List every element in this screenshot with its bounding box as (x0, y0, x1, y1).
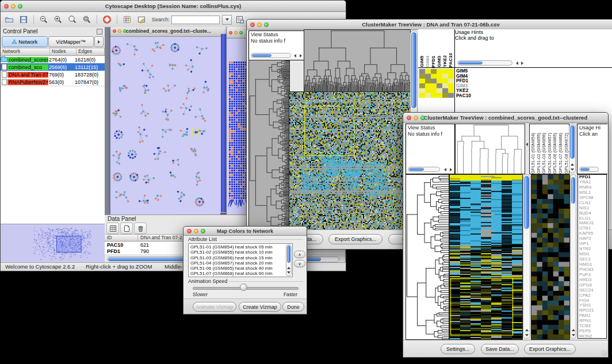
attribute-list-item[interactable]: GPL51-04 (GSM857) heat shock 20 min (189, 260, 285, 266)
scroll-left-arrow[interactable] (443, 167, 447, 172)
resize-grip[interactable] (601, 350, 607, 356)
scroll-left-arrow[interactable] (515, 60, 519, 66)
minimize-button[interactable] (194, 229, 198, 233)
dna-row-label[interactable]: YKE2 (456, 89, 612, 94)
network-list-row[interactable]: combined_scores2764(0)16218(0) (1, 56, 105, 63)
frame-scrollbar[interactable] (221, 34, 226, 212)
dna-row-label[interactable]: GIM3 (456, 84, 612, 89)
attribute-list-item[interactable]: GPL51-03 (GSM856) heat shock 15 min (189, 255, 285, 260)
dna-row-label[interactable]: GIM4 (456, 74, 612, 79)
scroll-down-arrow[interactable] (286, 270, 291, 275)
scrollbar-thumb[interactable] (458, 62, 483, 64)
attribute-list-item[interactable]: GPL51-01 (GSM854) heat shock 05 min (189, 244, 285, 250)
scroll-down-arrow[interactable] (569, 167, 575, 172)
usage-hints-hscrollbar[interactable] (457, 60, 512, 66)
scrollbar-thumb[interactable] (524, 176, 529, 229)
attribute-list-vscrollbar[interactable] (286, 244, 292, 276)
minimize-button[interactable] (11, 4, 16, 9)
column-header-network[interactable]: Network (1, 48, 50, 55)
help-icon[interactable] (101, 14, 113, 25)
save-data-button[interactable]: Save Data... (481, 344, 519, 354)
combined-titlebar[interactable]: ClusterMaker TreeView : combined_scores_… (403, 113, 608, 123)
dna-column-dendrogram[interactable] (304, 29, 411, 93)
plugin-manager-icon[interactable] (121, 14, 133, 25)
scroll-up-arrow[interactable] (569, 162, 575, 167)
dna-row-label[interactable]: PFD1 (456, 79, 612, 84)
search-input[interactable] (171, 16, 220, 24)
scrollbar-thumb[interactable] (570, 125, 575, 159)
search-dropdown[interactable] (222, 15, 232, 25)
view-status-hscrollbar[interactable] (408, 167, 440, 172)
open-file-icon[interactable] (3, 14, 16, 25)
export-graphics-button[interactable]: Export Graphics... (524, 344, 576, 354)
main-titlebar[interactable]: Cytoscape Desktop (Session Name: collins… (1, 1, 346, 12)
column-header-edges[interactable]: Edges (76, 48, 105, 55)
done-button[interactable]: Done (282, 302, 304, 312)
close-button[interactable] (229, 31, 232, 35)
close-button[interactable] (187, 229, 192, 233)
scrollbar-thumb[interactable] (580, 168, 590, 171)
combined-labels-vscrollbar[interactable] (569, 124, 576, 173)
move-up-button[interactable]: ∧ (294, 251, 305, 258)
scrollbar-thumb[interactable] (252, 54, 271, 57)
attribute-list-item[interactable]: GPL51-07 (GSM868) heat shock 60 min (189, 271, 285, 276)
zoom-button[interactable] (123, 29, 127, 33)
column-header-id[interactable]: ID (105, 235, 138, 241)
settings-button[interactable]: Settings... (441, 344, 475, 354)
zoom-button[interactable] (420, 116, 425, 120)
zoom-button[interactable] (264, 22, 269, 27)
scroll-down-arrow[interactable] (571, 333, 576, 338)
zoom-in-icon[interactable] (52, 14, 64, 25)
dna-row-label[interactable]: PAC10 (456, 94, 612, 99)
create-vizmap-button[interactable]: Create Vizmap (239, 302, 281, 312)
scroll-down-arrow[interactable] (523, 333, 530, 338)
dna-row-label[interactable]: GIM5 (456, 69, 612, 74)
scrollbar-thumb[interactable] (287, 246, 290, 263)
combined-column-dendrogram[interactable] (455, 124, 525, 174)
gene-list-vscrollbar[interactable] (570, 174, 576, 339)
scroll-up-arrow[interactable] (571, 328, 576, 332)
close-button[interactable] (407, 116, 411, 120)
combined-zoom-heatmap[interactable] (531, 174, 570, 340)
minimize-button[interactable] (257, 22, 262, 27)
close-button[interactable] (250, 22, 255, 27)
select-attributes-icon[interactable] (106, 223, 119, 234)
zoom-button[interactable] (239, 31, 243, 35)
zoom-fit-icon[interactable] (81, 14, 93, 25)
scroll-right-arrow[interactable] (299, 53, 303, 58)
import-attributes-icon[interactable] (234, 14, 246, 25)
zoom-button[interactable] (201, 229, 205, 233)
scroll-left-arrow[interactable] (293, 53, 297, 58)
dna-row-dendrogram[interactable] (248, 60, 290, 231)
scroll-up-arrow[interactable] (523, 328, 530, 332)
slider-thumb[interactable] (240, 283, 247, 291)
view-status-hscrollbar[interactable] (251, 53, 291, 58)
save-icon[interactable] (17, 14, 30, 25)
move-down-button[interactable]: ∨ (294, 260, 305, 267)
network-view-canvas[interactable] (110, 37, 220, 215)
combined-heatmap-vscrollbar[interactable] (523, 174, 530, 339)
scrollbar-thumb[interactable] (409, 168, 424, 171)
annotation-icon[interactable] (135, 14, 148, 25)
network-overview-thumbnail[interactable] (1, 224, 105, 263)
attribute-list-item[interactable]: GPL51-02 (GSM855) heat shock 10 min (189, 250, 285, 255)
network-list-row[interactable]: RNAPuberNov2+563(0)107847(0) (1, 78, 105, 86)
minimize-button[interactable] (234, 31, 238, 35)
tab-network[interactable]: Network (2, 36, 48, 47)
attribute-list-item[interactable]: GPL51-06 (GSM865) heat shock 40 min (189, 266, 285, 271)
tab-vizmapper[interactable]: VizMapper™ (48, 36, 94, 47)
scrollbar-thumb[interactable] (571, 177, 575, 204)
dna-heatmap-canvas[interactable] (289, 91, 411, 231)
export-graphics-button[interactable]: Export Graphics... (328, 234, 382, 244)
new-attribute-icon[interactable] (120, 223, 133, 234)
network-list-row[interactable]: combined_sco2569(6)13112(15) (1, 63, 105, 71)
column-header-nodes[interactable]: Nodes (50, 48, 76, 55)
scroll-right-arrow[interactable] (520, 60, 525, 66)
network-list-row[interactable]: DNA and Tran 07769(0)183728(0) (1, 71, 105, 78)
delete-attribute-icon[interactable] (134, 223, 147, 234)
network-frame-titlebar[interactable]: combined_scores_good.txt--cluste... (110, 27, 227, 37)
minimize-button[interactable] (414, 116, 418, 120)
minimize-button[interactable] (118, 29, 121, 33)
zoom-out-icon[interactable] (37, 14, 50, 25)
close-button[interactable] (4, 4, 9, 9)
